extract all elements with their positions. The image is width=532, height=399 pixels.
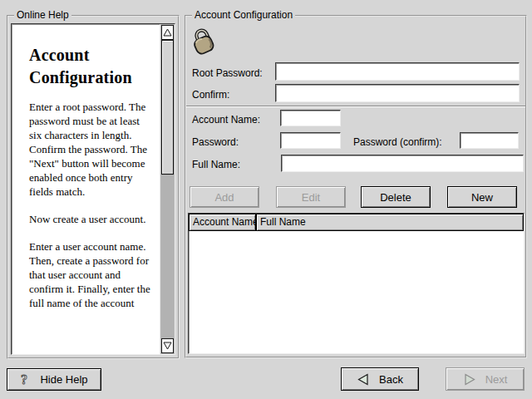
- help-title: Account Configuration: [29, 44, 154, 89]
- password-label: Password:: [192, 136, 239, 148]
- scrollbar-track[interactable]: [161, 40, 174, 338]
- account-configuration-panel: Account Configuration Root Password: Con…: [185, 15, 527, 358]
- accounts-list: Account Name Full Name: [188, 213, 525, 354]
- help-paragraph: Enter a root password. The password must…: [29, 100, 154, 199]
- column-header-full-name[interactable]: Full Name: [256, 214, 524, 231]
- help-paragraph: Now create a user account.: [29, 212, 154, 226]
- scroll-up-button[interactable]: [161, 25, 174, 40]
- next-label: Next: [485, 373, 508, 386]
- confirm-label: Confirm:: [192, 89, 229, 101]
- hide-help-label: Hide Help: [40, 373, 87, 386]
- full-name-label: Full Name:: [192, 159, 240, 170]
- delete-button[interactable]: Delete: [361, 186, 431, 208]
- password-confirm-label: Password (confirm):: [353, 136, 442, 148]
- root-password-input[interactable]: [275, 62, 520, 81]
- account-name-label: Account Name:: [192, 114, 260, 126]
- down-arrow-icon: [163, 342, 172, 350]
- back-button[interactable]: Back: [341, 367, 419, 391]
- accounts-list-header: Account Name Full Name: [189, 214, 524, 231]
- padlock-icon: [189, 25, 219, 57]
- next-button[interactable]: Next: [446, 367, 525, 391]
- edit-button[interactable]: Edit: [276, 186, 346, 208]
- separator: [186, 106, 525, 107]
- scroll-down-button[interactable]: [161, 338, 174, 353]
- confirm-password-input[interactable]: [275, 84, 520, 102]
- new-button[interactable]: New: [447, 186, 517, 208]
- scrollbar-thumb[interactable]: [161, 40, 174, 175]
- password-input[interactable]: [280, 132, 341, 149]
- left-triangle-icon: [357, 373, 370, 386]
- hide-help-button[interactable]: ? Hide Help: [7, 368, 101, 391]
- help-content: Account Configuration Enter a root passw…: [12, 24, 159, 354]
- up-arrow-icon: [163, 28, 172, 37]
- back-label: Back: [379, 373, 403, 386]
- account-name-input[interactable]: [280, 110, 341, 126]
- question-mark-icon: ?: [20, 372, 31, 387]
- online-help-panel: Online Help Account Configuration Enter …: [7, 15, 180, 359]
- column-header-account-name[interactable]: Account Name: [189, 214, 256, 231]
- help-scrollbar: [160, 24, 175, 354]
- account-configuration-frame-label: Account Configuration: [192, 9, 295, 21]
- password-confirm-input[interactable]: [460, 132, 519, 149]
- right-triangle-icon: [463, 373, 476, 386]
- root-password-label: Root Password:: [192, 67, 263, 79]
- svg-text:?: ?: [21, 372, 27, 387]
- full-name-input[interactable]: [281, 155, 524, 172]
- online-help-frame-label: Online Help: [14, 9, 71, 21]
- help-paragraph: Enter a user account name. Then, create …: [29, 239, 154, 310]
- add-button[interactable]: Add: [190, 186, 259, 208]
- help-viewport: Account Configuration Enter a root passw…: [11, 23, 175, 355]
